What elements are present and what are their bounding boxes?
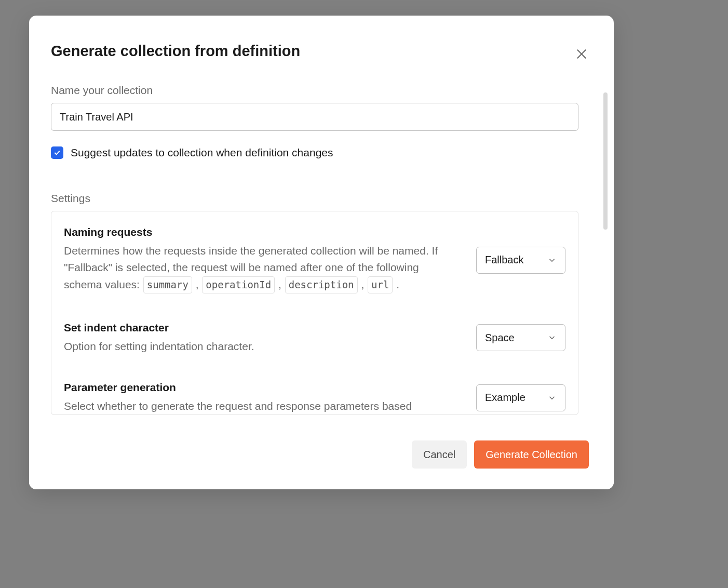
collection-name-input[interactable] <box>51 103 578 131</box>
setting-indent-character: Set indent character Option for setting … <box>64 322 565 355</box>
chevron-down-icon <box>547 256 557 265</box>
name-field-label: Name your collection <box>51 84 592 97</box>
select-value: Example <box>485 392 525 404</box>
generate-collection-button[interactable]: Generate Collection <box>474 440 589 469</box>
code-token: operationId <box>202 276 275 293</box>
setting-title: Parameter generation <box>64 381 453 394</box>
setting-desc: Select whether to generate the request a… <box>64 398 453 415</box>
parameter-generation-select[interactable]: Example <box>476 384 565 411</box>
setting-desc: Determines how the requests inside the g… <box>64 243 453 295</box>
cancel-button[interactable]: Cancel <box>412 440 467 469</box>
close-icon[interactable] <box>574 47 589 61</box>
setting-parameter-generation: Parameter generation Select whether to g… <box>64 381 565 415</box>
suggest-updates-label: Suggest updates to collection when defin… <box>71 146 333 159</box>
setting-title: Naming requests <box>64 226 453 238</box>
modal-body: Name your collection Suggest updates to … <box>29 61 614 426</box>
setting-naming-requests: Naming requests Determines how the reque… <box>64 226 565 295</box>
setting-desc: Option for setting indentation character… <box>64 338 453 355</box>
modal-title: Generate collection from definition <box>51 43 300 60</box>
setting-title: Set indent character <box>64 322 453 334</box>
code-token: description <box>285 276 358 293</box>
chevron-down-icon <box>547 393 557 403</box>
code-token: url <box>368 276 393 293</box>
suggest-updates-row: Suggest updates to collection when defin… <box>51 146 592 159</box>
code-token: summary <box>143 276 192 293</box>
settings-panel: Naming requests Determines how the reque… <box>51 211 578 415</box>
settings-heading: Settings <box>51 192 592 205</box>
select-value: Fallback <box>485 254 523 266</box>
select-value: Space <box>485 332 515 344</box>
chevron-down-icon <box>547 333 557 342</box>
indent-character-select[interactable]: Space <box>476 324 565 351</box>
generate-collection-modal: Generate collection from definition Name… <box>29 16 614 489</box>
modal-header: Generate collection from definition <box>29 16 614 61</box>
suggest-updates-checkbox[interactable] <box>51 146 63 159</box>
modal-footer: Cancel Generate Collection <box>29 426 614 489</box>
naming-requests-select[interactable]: Fallback <box>476 247 565 274</box>
scrollbar-thumb[interactable] <box>603 92 608 230</box>
